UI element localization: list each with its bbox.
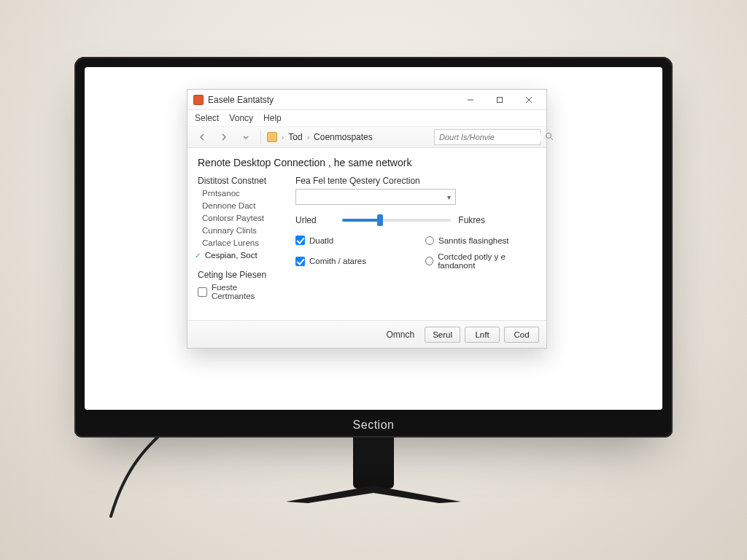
close-icon: [525, 96, 533, 104]
window-title: Easele Eantatsty: [208, 95, 274, 105]
breadcrumb-item[interactable]: Tod: [288, 132, 302, 142]
footer-button[interactable]: Lnft: [465, 327, 500, 343]
monitor-screen: Easele Eantatsty: [85, 67, 662, 410]
slider[interactable]: [342, 219, 451, 222]
chevron-down-icon: ▾: [447, 193, 451, 201]
footer-button[interactable]: Serul: [425, 327, 460, 343]
checkbox[interactable]: [198, 287, 207, 297]
side-group-title: Distitost Constnet: [198, 176, 282, 186]
footer: Omnch Serul Lnft Cod: [187, 320, 546, 348]
chevron-down-icon: [241, 133, 250, 141]
options-grid: Duatld Sanntis flasinghest Comith / atar…: [295, 236, 536, 270]
side-panel-item-label: Carlace Lurens: [202, 238, 259, 247]
svg-point-1: [546, 133, 551, 138]
app-window: Easele Eantatsty: [187, 89, 547, 349]
monitor-stand-base: [271, 484, 476, 503]
minimize-icon: [467, 96, 474, 104]
monitor-stand-neck: [353, 438, 394, 489]
side-panel-item[interactable]: Cunnary Clinls: [198, 226, 282, 235]
chevron-right-icon: ›: [307, 133, 309, 141]
option-label: Sanntis flasinghest: [438, 236, 509, 245]
option-label: Duatld: [309, 236, 333, 245]
slider-thumb[interactable]: [377, 214, 383, 226]
slider-left-label: Urled: [295, 215, 335, 225]
side-panel-item-label: Cunnary Clinls: [202, 226, 257, 235]
radio[interactable]: [425, 257, 433, 265]
option-label: Cortcded potly y e fandanont: [438, 252, 536, 270]
svg-rect-0: [498, 97, 503, 102]
field-label: Fea Fel tente Qestery Corection: [295, 176, 536, 186]
check-icon: ✓: [195, 252, 202, 260]
arrow-left-icon: [198, 133, 206, 141]
maximize-button[interactable]: [485, 90, 514, 109]
forward-button[interactable]: [215, 128, 233, 146]
close-button[interactable]: [514, 90, 543, 109]
side-panel-item-label: Dennone Dact: [202, 201, 256, 210]
checkbox[interactable]: [295, 257, 305, 266]
side-panel: Distitost Constnet PrntsanocDennone Dact…: [198, 176, 282, 320]
checkbox[interactable]: [295, 236, 305, 245]
page-heading: Renote Desktop Connection , he same netw…: [198, 155, 536, 176]
search-box[interactable]: [434, 129, 541, 145]
footer-link[interactable]: Omnch: [386, 330, 414, 340]
slider-right-label: Fukres: [458, 215, 485, 225]
slider-row: Urled Fukres: [295, 215, 485, 225]
menubar: Select Voncy Help: [187, 110, 546, 126]
breadcrumb[interactable]: › Tod › Coenmospates: [267, 132, 430, 142]
side-panel-item[interactable]: ✓Cespian, Soct: [198, 251, 282, 260]
monitor-brand: Section: [74, 419, 673, 432]
side-panel-item[interactable]: Prntsanoc: [198, 189, 282, 198]
side-panel-item[interactable]: Conlorsr Paytest: [198, 214, 282, 222]
separator: [260, 131, 261, 144]
minimize-button[interactable]: [456, 90, 485, 109]
menu-item[interactable]: Select: [195, 113, 219, 123]
option-label: Comith / atares: [309, 257, 366, 265]
maximize-icon: [496, 96, 503, 104]
folder-icon: [267, 132, 277, 142]
titlebar: Easele Eantatsty: [187, 90, 546, 110]
side-panel-item-label: Prntsanoc: [202, 189, 240, 198]
arrow-right-icon: [220, 133, 228, 141]
monitor-bezel: Easele Eantatsty: [74, 57, 673, 438]
checkbox-label: Fueste Certmantes: [212, 283, 282, 300]
breadcrumb-item[interactable]: Coenmospates: [314, 132, 373, 142]
recent-button[interactable]: [237, 128, 255, 146]
side-group-title: Ceting Ise Piesen: [198, 270, 282, 280]
search-input[interactable]: [439, 133, 541, 141]
back-button[interactable]: [193, 128, 211, 146]
radio[interactable]: [425, 236, 434, 245]
search-icon: [545, 132, 554, 143]
app-icon: [193, 95, 204, 105]
toolbar: › Tod › Coenmospates: [187, 126, 546, 148]
menu-item[interactable]: Voncy: [229, 113, 253, 123]
menu-item[interactable]: Help: [263, 113, 282, 123]
footer-button[interactable]: Cod: [504, 327, 539, 343]
side-panel-item-label: Conlorsr Paytest: [202, 214, 264, 222]
side-panel-item-label: Cespian, Soct: [205, 251, 258, 260]
main-content: Fea Fel tente Qestery Corection ▾ Urled: [295, 176, 536, 320]
side-panel-item[interactable]: Carlace Lurens: [198, 238, 282, 247]
chevron-right-icon: ›: [282, 133, 284, 141]
side-panel-item[interactable]: Dennone Dact: [198, 201, 282, 210]
connection-dropdown[interactable]: ▾: [295, 189, 456, 205]
